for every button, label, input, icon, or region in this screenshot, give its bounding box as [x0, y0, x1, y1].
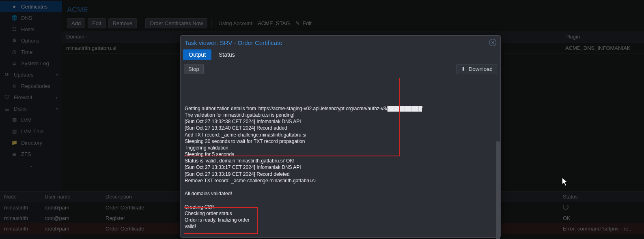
disk-icon: 🖴 — [4, 106, 10, 111]
log-icon: ≣ — [11, 60, 17, 66]
scrollbar[interactable] — [495, 68, 500, 233]
sidebar-item-label: LVM-Thin — [21, 128, 43, 134]
column-header-status[interactable]: Status — [559, 194, 644, 200]
sidebar-item-label: Firewall — [14, 94, 32, 100]
log-line: Order is ready, finalizing order — [185, 217, 496, 223]
chevron-down-icon: ▾ — [56, 107, 58, 111]
list-icon: ☷ — [11, 26, 17, 32]
sidebar-expand-toggle[interactable]: ⌄ — [0, 160, 62, 171]
separator — [211, 19, 212, 28]
sidebar-item-systemlog[interactable]: ≣ System Log — [0, 58, 62, 69]
log-line: [Sun Oct 27 13:32:40 CET 2024] Record ad… — [185, 125, 496, 131]
sidebar-item-label: DNS — [21, 15, 32, 21]
log-line: Checking order status — [185, 210, 496, 217]
cell-status: OK — [559, 215, 644, 221]
log-line — [185, 184, 496, 190]
sidebar-item-zfs[interactable]: ≣ ZFS — [0, 148, 62, 160]
download-icon: ⬇ — [461, 66, 465, 72]
log-output-pane[interactable]: Getting authorization details from 'http… — [184, 78, 497, 234]
log-line: Sleeping for 5 seconds — [185, 151, 496, 158]
stop-button[interactable]: Stop — [184, 64, 204, 74]
log-line: Triggering validation — [185, 145, 496, 151]
shield-icon: 🛡 — [4, 94, 10, 100]
edit-button[interactable]: Edit — [88, 18, 106, 28]
lvm-icon: ▤ — [11, 117, 17, 123]
column-header-node[interactable]: Node — [0, 194, 41, 200]
cell-user: root@pam — [41, 226, 101, 232]
sidebar-item-lvm[interactable]: ▤ LVM — [0, 114, 62, 126]
tab-output[interactable]: Output — [183, 49, 211, 60]
pencil-icon: ✎ — [295, 20, 300, 26]
folder-icon: 📁 — [11, 140, 17, 145]
log-line — [185, 197, 496, 203]
cell-plugin: ACME_DNS_INFOMANIAK — [561, 43, 644, 53]
cell-status — [559, 204, 644, 211]
cell-node: minastirith — [0, 215, 41, 221]
scrollbar-thumb[interactable] — [496, 141, 500, 239]
sidebar-item-label: Updates — [14, 72, 33, 78]
modal-tabs: Output Status — [181, 49, 500, 62]
sidebar-item-disks[interactable]: 🖴 Disks ▾ — [0, 103, 62, 114]
log-line: Creating CSR — [185, 204, 496, 210]
log-line: [Sun Oct 27 13:33:17 CET 2024] Infomania… — [185, 164, 496, 171]
download-button[interactable]: ⬇ Download — [457, 64, 497, 74]
task-viewer-modal: Task viewer: SRV - Order Certificate ✕ O… — [180, 35, 501, 238]
sidebar-item-label: Hosts — [21, 26, 34, 32]
refresh-icon: ⟳ — [4, 72, 10, 77]
add-button[interactable]: Add — [67, 18, 85, 28]
sidebar-item-updates[interactable]: ⟳ Updates ▾ — [0, 69, 62, 80]
column-header-plugin[interactable]: Plugin — [561, 31, 644, 42]
column-header-user[interactable]: User name — [41, 194, 101, 200]
sort-asc-icon: ↑ — [85, 35, 87, 39]
sidebar-item-options[interactable]: ⚙ Options — [0, 35, 62, 46]
sidebar-item-label: Certificates — [21, 4, 47, 10]
log-line: [Sun Oct 27 13:33:19 CET 2024] Record de… — [185, 171, 496, 177]
using-account-label: Using Account: — [218, 20, 254, 26]
sidebar-item-lvmthin[interactable]: ▥ LVM-Thin — [0, 126, 62, 137]
log-line: valid! — [185, 223, 496, 230]
log-line — [185, 230, 496, 234]
gear-icon: ⚙ — [11, 38, 17, 43]
modal-actionbar: Stop ⬇ Download — [181, 62, 500, 76]
sidebar-item-label: Time — [21, 49, 32, 55]
sidebar-item-repositories[interactable]: ⎘ Repositories — [0, 80, 62, 92]
account-edit-link[interactable]: ✎ Edit — [295, 20, 311, 26]
separator — [141, 19, 141, 28]
log-line: Status is 'valid', domain 'minastirith.g… — [185, 158, 496, 164]
chevron-down-icon: ⌄ — [28, 162, 34, 168]
sidebar-item-label: LVM — [21, 117, 32, 123]
zfs-icon: ≣ — [11, 151, 17, 157]
log-line: Sleeping 30 seconds to wait for TXT reco… — [185, 138, 496, 145]
log-line: The validation for minastirith.gattabru.… — [185, 112, 496, 118]
tab-status[interactable]: Status — [213, 49, 241, 60]
sidebar-item-label: Directory — [21, 140, 42, 146]
modal-titlebar: Task viewer: SRV - Order Certificate ✕ — [181, 36, 500, 49]
cell-user: root@pam — [41, 215, 101, 221]
sidebar-item-firewall[interactable]: 🛡 Firewall ▸ — [0, 92, 62, 103]
download-label: Download — [469, 66, 493, 72]
remove-button[interactable]: Remove — [108, 18, 137, 28]
sidebar-item-label: Disks — [14, 106, 27, 112]
mouse-cursor-icon — [562, 177, 569, 187]
order-certs-button[interactable]: Order Certificates Now — [145, 18, 207, 28]
sidebar-item-dns[interactable]: 🌐 DNS — [0, 12, 62, 23]
cell-status: Error: command 'setpriv --re... — [559, 226, 644, 232]
sidebar-item-certificates[interactable]: ● Certificates — [0, 1, 62, 12]
chevron-right-icon: ▸ — [56, 95, 58, 100]
spinner-icon — [563, 204, 569, 210]
cell-node: minastirith — [0, 205, 41, 211]
using-account-value: ACME_STAG — [258, 20, 290, 26]
cell-node: minastirith — [0, 226, 41, 232]
close-icon: ✕ — [491, 40, 495, 45]
sidebar-item-hosts[interactable]: ☷ Hosts — [0, 23, 62, 35]
log-line: Getting authorization details from 'http… — [185, 105, 496, 112]
log-line: Add TXT record: _acme-challenge.minastir… — [185, 132, 496, 138]
page-title: ACME — [62, 0, 644, 18]
chevron-down-icon: ▾ — [56, 73, 58, 77]
modal-title: Task viewer: SRV - Order Certificate — [185, 39, 282, 46]
dot-icon: ● — [11, 4, 17, 9]
close-button[interactable]: ✕ — [489, 39, 496, 46]
sidebar-item-directory[interactable]: 📁 Directory — [0, 137, 62, 148]
sidebar-item-label: Repositories — [21, 83, 50, 89]
sidebar-item-time[interactable]: ◷ Time — [0, 46, 62, 58]
